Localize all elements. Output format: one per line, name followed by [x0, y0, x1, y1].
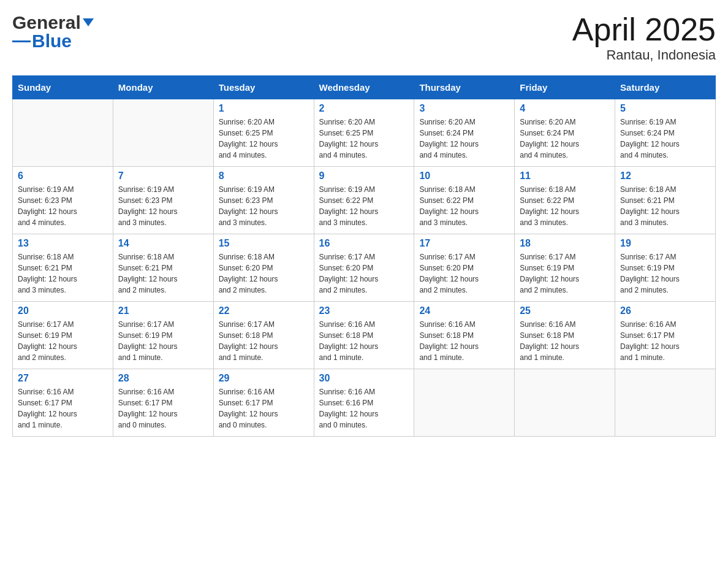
- calendar-cell: 12Sunrise: 6:18 AM Sunset: 6:21 PM Dayli…: [615, 167, 716, 234]
- calendar-cell: 15Sunrise: 6:18 AM Sunset: 6:20 PM Dayli…: [213, 234, 314, 302]
- calendar-cell: 29Sunrise: 6:16 AM Sunset: 6:17 PM Dayli…: [213, 369, 314, 437]
- day-info: Sunrise: 6:17 AM Sunset: 6:19 PM Dayligh…: [118, 319, 208, 363]
- day-info: Sunrise: 6:19 AM Sunset: 6:23 PM Dayligh…: [118, 184, 208, 228]
- day-info: Sunrise: 6:19 AM Sunset: 6:23 PM Dayligh…: [18, 184, 108, 228]
- day-number: 6: [18, 170, 108, 182]
- calendar-week-1: 1Sunrise: 6:20 AM Sunset: 6:25 PM Daylig…: [13, 99, 716, 167]
- day-number: 27: [18, 373, 108, 384]
- weekday-header-saturday: Saturday: [615, 76, 716, 99]
- calendar-cell: 11Sunrise: 6:18 AM Sunset: 6:22 PM Dayli…: [515, 167, 615, 234]
- day-info: Sunrise: 6:16 AM Sunset: 6:18 PM Dayligh…: [319, 319, 409, 363]
- calendar-cell: 23Sunrise: 6:16 AM Sunset: 6:18 PM Dayli…: [314, 302, 414, 369]
- day-number: 24: [419, 305, 509, 316]
- calendar-cell: 30Sunrise: 6:16 AM Sunset: 6:16 PM Dayli…: [314, 369, 414, 437]
- title-section: April 2025 Rantau, Indonesia: [572, 12, 716, 63]
- calendar-cell: 27Sunrise: 6:16 AM Sunset: 6:17 PM Dayli…: [13, 369, 113, 437]
- day-number: 7: [118, 170, 208, 182]
- day-number: 15: [219, 238, 309, 249]
- day-info: Sunrise: 6:16 AM Sunset: 6:18 PM Dayligh…: [520, 319, 610, 363]
- calendar-week-5: 27Sunrise: 6:16 AM Sunset: 6:17 PM Dayli…: [13, 369, 716, 437]
- day-info: Sunrise: 6:20 AM Sunset: 6:24 PM Dayligh…: [520, 117, 610, 161]
- calendar-cell: 8Sunrise: 6:19 AM Sunset: 6:23 PM Daylig…: [213, 167, 314, 234]
- day-info: Sunrise: 6:17 AM Sunset: 6:19 PM Dayligh…: [18, 319, 108, 363]
- calendar-cell: 4Sunrise: 6:20 AM Sunset: 6:24 PM Daylig…: [515, 99, 615, 167]
- calendar-cell: 18Sunrise: 6:17 AM Sunset: 6:19 PM Dayli…: [515, 234, 615, 302]
- day-info: Sunrise: 6:18 AM Sunset: 6:21 PM Dayligh…: [620, 184, 710, 228]
- day-info: Sunrise: 6:18 AM Sunset: 6:22 PM Dayligh…: [520, 184, 610, 228]
- calendar-cell: 26Sunrise: 6:16 AM Sunset: 6:17 PM Dayli…: [615, 302, 716, 369]
- day-number: 11: [520, 170, 610, 182]
- day-number: 30: [319, 373, 409, 384]
- calendar-cell: [13, 99, 113, 167]
- day-number: 22: [219, 305, 309, 316]
- weekday-header-wednesday: Wednesday: [314, 76, 414, 99]
- calendar-cell: 16Sunrise: 6:17 AM Sunset: 6:20 PM Dayli…: [314, 234, 414, 302]
- calendar-cell: 19Sunrise: 6:17 AM Sunset: 6:19 PM Dayli…: [615, 234, 716, 302]
- calendar-cell: [615, 369, 716, 437]
- day-info: Sunrise: 6:17 AM Sunset: 6:20 PM Dayligh…: [319, 251, 409, 296]
- calendar-cell: 9Sunrise: 6:19 AM Sunset: 6:22 PM Daylig…: [314, 167, 414, 234]
- day-info: Sunrise: 6:20 AM Sunset: 6:25 PM Dayligh…: [319, 117, 409, 161]
- calendar-cell: 24Sunrise: 6:16 AM Sunset: 6:18 PM Dayli…: [414, 302, 515, 369]
- calendar-cell: 2Sunrise: 6:20 AM Sunset: 6:25 PM Daylig…: [314, 99, 414, 167]
- day-number: 20: [18, 305, 108, 316]
- day-number: 1: [219, 103, 309, 114]
- calendar-cell: [113, 99, 213, 167]
- weekday-header-row: SundayMondayTuesdayWednesdayThursdayFrid…: [13, 76, 716, 99]
- day-info: Sunrise: 6:17 AM Sunset: 6:20 PM Dayligh…: [419, 251, 509, 296]
- weekday-header-monday: Monday: [113, 76, 213, 99]
- day-number: 18: [520, 238, 610, 249]
- page-header: General Blue April 2025 Rantau, Indonesi…: [12, 12, 716, 63]
- calendar-cell: [414, 369, 515, 437]
- day-info: Sunrise: 6:16 AM Sunset: 6:17 PM Dayligh…: [18, 386, 108, 431]
- day-info: Sunrise: 6:16 AM Sunset: 6:16 PM Dayligh…: [319, 386, 409, 431]
- logo-general: General: [12, 12, 81, 33]
- weekday-header-friday: Friday: [515, 76, 615, 99]
- logo-blue: Blue: [32, 31, 72, 52]
- calendar-cell: [515, 369, 615, 437]
- day-number: 12: [620, 170, 710, 182]
- calendar-cell: 25Sunrise: 6:16 AM Sunset: 6:18 PM Dayli…: [515, 302, 615, 369]
- day-number: 26: [620, 305, 710, 316]
- day-info: Sunrise: 6:19 AM Sunset: 6:24 PM Dayligh…: [620, 117, 710, 161]
- weekday-header-sunday: Sunday: [13, 76, 113, 99]
- day-info: Sunrise: 6:19 AM Sunset: 6:23 PM Dayligh…: [219, 184, 309, 228]
- calendar-week-2: 6Sunrise: 6:19 AM Sunset: 6:23 PM Daylig…: [13, 167, 716, 234]
- weekday-header-thursday: Thursday: [414, 76, 515, 99]
- day-number: 13: [18, 238, 108, 249]
- month-title: April 2025: [572, 12, 716, 47]
- day-number: 14: [118, 238, 208, 249]
- calendar-cell: 3Sunrise: 6:20 AM Sunset: 6:24 PM Daylig…: [414, 99, 515, 167]
- logo-triangle-icon: [83, 18, 94, 26]
- day-number: 25: [520, 305, 610, 316]
- day-info: Sunrise: 6:16 AM Sunset: 6:17 PM Dayligh…: [620, 319, 710, 363]
- day-number: 23: [319, 305, 409, 316]
- day-info: Sunrise: 6:19 AM Sunset: 6:22 PM Dayligh…: [319, 184, 409, 228]
- calendar-cell: 1Sunrise: 6:20 AM Sunset: 6:25 PM Daylig…: [213, 99, 314, 167]
- calendar-cell: 5Sunrise: 6:19 AM Sunset: 6:24 PM Daylig…: [615, 99, 716, 167]
- calendar-cell: 20Sunrise: 6:17 AM Sunset: 6:19 PM Dayli…: [13, 302, 113, 369]
- calendar-cell: 7Sunrise: 6:19 AM Sunset: 6:23 PM Daylig…: [113, 167, 213, 234]
- day-info: Sunrise: 6:16 AM Sunset: 6:17 PM Dayligh…: [219, 386, 309, 431]
- day-info: Sunrise: 6:18 AM Sunset: 6:21 PM Dayligh…: [18, 251, 108, 296]
- calendar-cell: 6Sunrise: 6:19 AM Sunset: 6:23 PM Daylig…: [13, 167, 113, 234]
- day-number: 10: [419, 170, 509, 182]
- weekday-header-tuesday: Tuesday: [213, 76, 314, 99]
- day-info: Sunrise: 6:20 AM Sunset: 6:24 PM Dayligh…: [419, 117, 509, 161]
- day-info: Sunrise: 6:16 AM Sunset: 6:17 PM Dayligh…: [118, 386, 208, 431]
- location: Rantau, Indonesia: [572, 47, 716, 63]
- day-info: Sunrise: 6:20 AM Sunset: 6:25 PM Dayligh…: [219, 117, 309, 161]
- day-number: 5: [620, 103, 710, 114]
- calendar-cell: 13Sunrise: 6:18 AM Sunset: 6:21 PM Dayli…: [13, 234, 113, 302]
- day-number: 28: [118, 373, 208, 384]
- calendar-cell: 21Sunrise: 6:17 AM Sunset: 6:19 PM Dayli…: [113, 302, 213, 369]
- day-info: Sunrise: 6:17 AM Sunset: 6:19 PM Dayligh…: [620, 251, 710, 296]
- calendar-cell: 10Sunrise: 6:18 AM Sunset: 6:22 PM Dayli…: [414, 167, 515, 234]
- day-number: 17: [419, 238, 509, 249]
- calendar-cell: 14Sunrise: 6:18 AM Sunset: 6:21 PM Dayli…: [113, 234, 213, 302]
- day-info: Sunrise: 6:18 AM Sunset: 6:21 PM Dayligh…: [118, 251, 208, 296]
- calendar-cell: 28Sunrise: 6:16 AM Sunset: 6:17 PM Dayli…: [113, 369, 213, 437]
- day-number: 2: [319, 103, 409, 114]
- day-number: 19: [620, 238, 710, 249]
- day-info: Sunrise: 6:18 AM Sunset: 6:22 PM Dayligh…: [419, 184, 509, 228]
